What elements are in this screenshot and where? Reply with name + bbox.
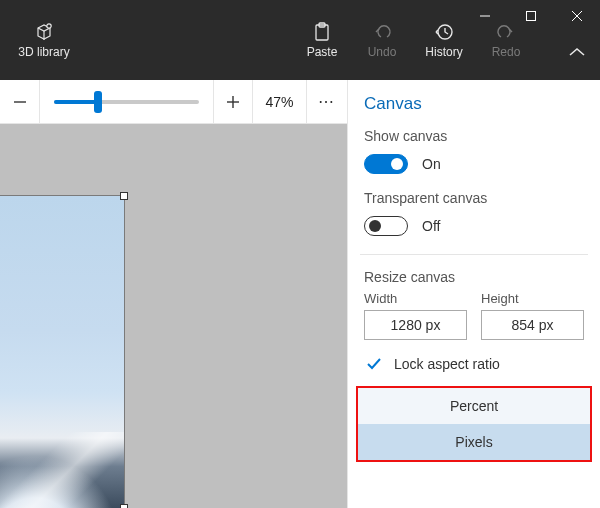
show-canvas-label: Show canvas <box>348 124 600 148</box>
clipboard-icon <box>313 21 331 43</box>
toolbar-paste[interactable]: Paste <box>292 21 352 59</box>
unit-option-percent[interactable]: Percent <box>358 388 590 424</box>
height-input[interactable]: 854 px <box>481 310 584 340</box>
transparent-canvas-label: Transparent canvas <box>348 186 600 210</box>
show-canvas-toggle[interactable] <box>364 154 408 174</box>
units-dropdown: Percent Pixels <box>356 386 592 462</box>
minimize-button[interactable] <box>462 0 508 32</box>
transparent-canvas-toggle[interactable] <box>364 216 408 236</box>
toggle-state: Off <box>422 218 440 234</box>
resize-handle[interactable] <box>120 504 128 508</box>
chevron-up-icon[interactable] <box>568 44 586 62</box>
zoom-slider[interactable] <box>54 100 199 104</box>
more-button[interactable]: ⋯ <box>307 92 347 111</box>
toolbar-label: Undo <box>368 45 397 59</box>
canvas-viewport[interactable] <box>0 124 347 508</box>
canvas-image[interactable] <box>0 196 124 508</box>
zoom-bar: 47% ⋯ <box>0 80 347 124</box>
width-label: Width <box>364 291 467 306</box>
resize-canvas-label: Resize canvas <box>348 265 600 289</box>
panel-title: Canvas <box>348 90 600 124</box>
zoom-in-button[interactable] <box>213 80 253 124</box>
zoom-out-button[interactable] <box>0 80 40 124</box>
zoom-value[interactable]: 47% <box>253 80 307 124</box>
svg-rect-1 <box>527 12 536 21</box>
canvas-panel: Canvas Show canvas On Transparent canvas… <box>348 80 600 508</box>
toolbar-label: History <box>425 45 462 59</box>
title-bar: 3D library Paste Undo <box>0 0 600 80</box>
lock-aspect-checkbox[interactable] <box>364 354 384 374</box>
toggle-state: On <box>422 156 441 172</box>
toolbar-label: Paste <box>307 45 338 59</box>
height-label: Height <box>481 291 584 306</box>
width-input[interactable]: 1280 px <box>364 310 467 340</box>
lock-aspect-label: Lock aspect ratio <box>394 356 500 372</box>
unit-option-pixels[interactable]: Pixels <box>358 424 590 460</box>
resize-handle[interactable] <box>120 192 128 200</box>
cube-icon <box>34 21 54 43</box>
maximize-button[interactable] <box>508 0 554 32</box>
toolbar-undo[interactable]: Undo <box>352 21 412 59</box>
toolbar-label: 3D library <box>18 45 69 59</box>
history-icon <box>434 21 454 43</box>
toolbar-3d-library[interactable]: 3D library <box>4 21 84 59</box>
toolbar-label: Redo <box>492 45 521 59</box>
svg-point-4 <box>47 24 51 28</box>
undo-icon <box>372 21 392 43</box>
close-button[interactable] <box>554 0 600 32</box>
